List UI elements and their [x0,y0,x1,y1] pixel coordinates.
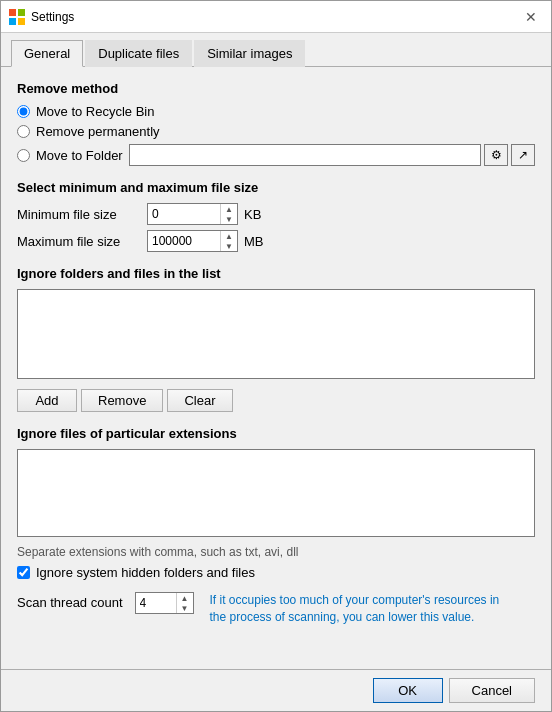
radio-permanent[interactable] [17,125,30,138]
ignore-extensions-list[interactable] [17,449,535,537]
radio-recycle[interactable] [17,105,30,118]
min-spinner-up[interactable]: ▲ [221,204,237,214]
remove-method-title: Remove method [17,81,535,96]
tab-bar: General Duplicate files Similar images [1,33,551,67]
svg-rect-2 [9,18,16,25]
svg-rect-1 [18,9,25,16]
settings-window: Settings ✕ General Duplicate files Simil… [0,0,552,712]
min-spinner-down[interactable]: ▼ [221,214,237,224]
radio-folder[interactable] [17,149,30,162]
file-size-title: Select minimum and maximum file size [17,180,535,195]
scan-thread-spinner: ▲ ▼ [135,592,194,614]
system-hidden-checkbox[interactable] [17,566,30,579]
scan-spinner-down[interactable]: ▼ [177,603,193,613]
folder-path-input[interactable] [129,144,481,166]
radio-row-folder: Move to Folder ⚙ ↗ [17,144,535,166]
system-hidden-row: Ignore system hidden folders and files [17,565,535,580]
radio-folder-label: Move to Folder [36,148,123,163]
min-file-size-unit: KB [244,207,261,222]
extensions-hint: Separate extensions with comma, such as … [17,545,535,559]
scan-spinner-arrows: ▲ ▼ [176,593,193,613]
ignore-folders-section: Ignore folders and files in the list [17,266,535,379]
svg-rect-3 [18,18,25,25]
min-spinner-arrows: ▲ ▼ [220,204,237,224]
radio-permanent-label: Remove permanently [36,124,160,139]
ignore-extensions-title: Ignore files of particular extensions [17,426,535,441]
ok-button[interactable]: OK [373,678,443,703]
folder-settings-button[interactable]: ⚙ [484,144,508,166]
min-file-size-row: Minimum file size ▲ ▼ KB [17,203,535,225]
radio-recycle-label: Move to Recycle Bin [36,104,155,119]
scan-thread-row: Scan thread count ▲ ▼ If it occupies too… [17,592,535,626]
ignore-extensions-section: Ignore files of particular extensions [17,426,535,537]
scan-spinner-up[interactable]: ▲ [177,593,193,603]
max-spinner-up[interactable]: ▲ [221,231,237,241]
scan-thread-input[interactable] [136,593,176,613]
remove-method-options: Move to Recycle Bin Remove permanently M… [17,104,535,166]
content-area: Remove method Move to Recycle Bin Remove… [1,67,551,669]
add-button[interactable]: Add [17,389,77,412]
scan-thread-label: Scan thread count [17,592,123,614]
max-file-size-spinner: ▲ ▼ [147,230,238,252]
ignore-folders-buttons: Add Remove Clear [17,389,535,412]
radio-row-permanent: Remove permanently [17,124,535,139]
max-file-size-row: Maximum file size ▲ ▼ MB [17,230,535,252]
system-hidden-label: Ignore system hidden folders and files [36,565,255,580]
remove-button[interactable]: Remove [81,389,163,412]
radio-row-recycle: Move to Recycle Bin [17,104,535,119]
app-icon [9,9,25,25]
tab-similar-images[interactable]: Similar images [194,40,305,67]
min-file-size-input[interactable] [148,204,220,224]
title-bar: Settings ✕ [1,1,551,33]
close-button[interactable]: ✕ [519,5,543,29]
min-file-size-label: Minimum file size [17,207,147,222]
folder-open-button[interactable]: ↗ [511,144,535,166]
ignore-folders-title: Ignore folders and files in the list [17,266,535,281]
min-file-size-spinner: ▲ ▼ [147,203,238,225]
dialog-footer: OK Cancel [1,669,551,711]
max-file-size-input[interactable] [148,231,220,251]
tab-duplicate-files[interactable]: Duplicate files [85,40,192,67]
clear-button[interactable]: Clear [167,389,232,412]
svg-rect-0 [9,9,16,16]
max-spinner-down[interactable]: ▼ [221,241,237,251]
max-spinner-arrows: ▲ ▼ [220,231,237,251]
window-title: Settings [31,10,519,24]
scan-thread-hint: If it occupies too much of your computer… [210,592,500,626]
max-file-size-unit: MB [244,234,264,249]
cancel-button[interactable]: Cancel [449,678,535,703]
tab-general[interactable]: General [11,40,83,67]
file-size-section: Select minimum and maximum file size Min… [17,180,535,252]
max-file-size-label: Maximum file size [17,234,147,249]
ignore-folders-list[interactable] [17,289,535,379]
